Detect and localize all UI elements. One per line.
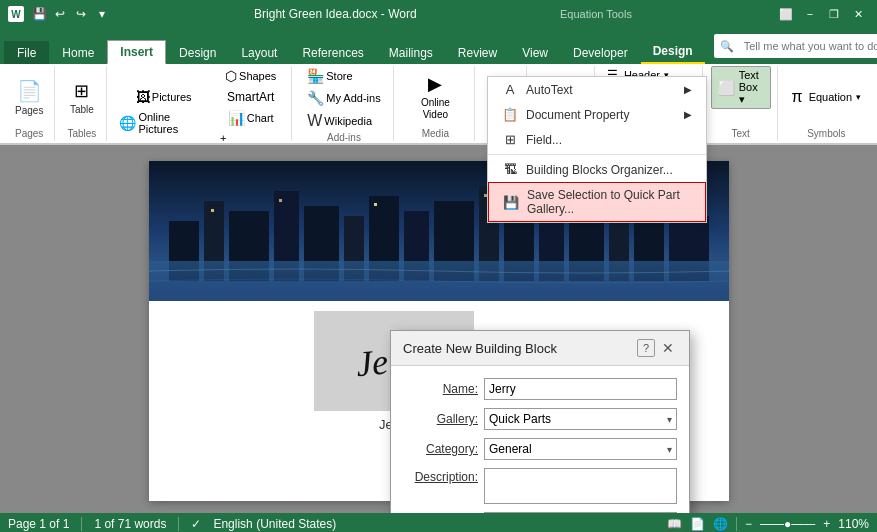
quick-parts-dropdown: A AutoText ▶ 📋 Document Property ▶ ⊞ Fie…	[487, 76, 707, 223]
tab-design[interactable]: Design	[167, 42, 228, 64]
zoom-level[interactable]: 110%	[838, 517, 869, 531]
word-count: 1 of 71 words	[94, 517, 166, 531]
ribbon-group-media: ▶ Online Video Media	[396, 66, 475, 141]
dropdown-autotext[interactable]: A AutoText ▶	[488, 77, 706, 102]
dialog-gallery-select[interactable]: Quick Parts ▾	[484, 408, 677, 430]
view-read-icon[interactable]: 📖	[667, 517, 682, 531]
table-button[interactable]: ⊞ Table	[64, 76, 100, 119]
save-selection-icon: 💾	[503, 195, 519, 210]
view-web-icon[interactable]: 🌐	[713, 517, 728, 531]
dialog-header-actions: ? ✕	[637, 339, 677, 357]
tab-layout[interactable]: Layout	[229, 42, 289, 64]
field-icon: ⊞	[502, 132, 518, 147]
document-property-icon: 📋	[502, 107, 518, 122]
dialog-category-row: Category: General ▾	[403, 438, 677, 460]
ribbon-group-addins: 🏪 Store 🔧 My Add-ins W Wikipedia Add-ins	[294, 66, 394, 141]
building-blocks-icon: 🏗	[502, 162, 518, 177]
smartart-button[interactable]: SmartArt	[216, 88, 286, 106]
pages-button[interactable]: 📄 Pages	[9, 75, 49, 120]
zoom-in-button[interactable]: +	[823, 517, 830, 531]
ribbon-display-button[interactable]: ⬜	[775, 3, 797, 25]
ribbon-search-input[interactable]	[738, 36, 877, 56]
redo-qat-button[interactable]: ↪	[72, 5, 90, 23]
document-area: Jerry Jerry Create New Building Block ? …	[0, 145, 877, 513]
online-video-button[interactable]: ▶ Online Video	[402, 69, 468, 125]
tab-review[interactable]: Review	[446, 42, 509, 64]
dialog-gallery-label: Gallery:	[403, 412, 478, 426]
dropdown-separator	[488, 154, 706, 155]
tab-insert[interactable]: Insert	[107, 40, 166, 64]
ribbon: File Home Insert Design Layout Reference…	[0, 28, 877, 145]
window-title: Bright Green Idea.docx - Word Equation T…	[111, 7, 775, 21]
zoom-slider[interactable]: ——●——	[760, 517, 815, 531]
save-qat-button[interactable]: 💾	[30, 5, 48, 23]
create-building-block-dialog: Create New Building Block ? ✕ Name: Gall…	[390, 330, 690, 513]
customize-qat-button[interactable]: ▾	[93, 5, 111, 23]
online-pictures-button[interactable]: 🌐 Online Pictures	[115, 109, 212, 137]
minimize-button[interactable]: −	[799, 3, 821, 25]
tab-design-eq[interactable]: Design	[641, 40, 705, 64]
doc-property-arrow: ▶	[684, 109, 692, 120]
tab-developer[interactable]: Developer	[561, 42, 640, 64]
tab-home[interactable]: Home	[50, 42, 106, 64]
status-bar: Page 1 of 1 1 of 71 words ✓ English (Uni…	[0, 513, 877, 532]
wikipedia-button[interactable]: W Wikipedia	[303, 110, 376, 132]
chart-button[interactable]: 📊 Chart	[216, 108, 286, 128]
equation-arrow: ▾	[856, 92, 861, 102]
status-divider-2	[178, 517, 179, 531]
equation-button[interactable]: π Equation ▾	[784, 86, 869, 108]
language: English (United States)	[213, 517, 336, 531]
restore-button[interactable]: ❐	[823, 3, 845, 25]
store-button[interactable]: 🏪 Store	[303, 66, 356, 86]
dialog-description-input[interactable]	[484, 468, 677, 504]
svg-rect-18	[279, 199, 282, 202]
dialog-savein-row: Save in: Building Blocks.dotx ▾	[403, 512, 677, 513]
page-info: Page 1 of 1	[8, 517, 69, 531]
pi-icon: π	[792, 88, 803, 106]
svg-rect-19	[374, 203, 377, 206]
search-icon: 🔍	[720, 40, 734, 53]
shapes-icon: ⬡	[225, 68, 237, 84]
shapes-button[interactable]: ⬡ Shapes	[216, 66, 286, 86]
gallery-dropdown-arrow: ▾	[667, 414, 672, 425]
pages-icon: 📄	[17, 79, 42, 103]
dialog-savein-select[interactable]: Building Blocks.dotx ▾	[484, 512, 677, 513]
dialog-name-input[interactable]	[484, 378, 677, 400]
online-video-icon: ▶	[428, 73, 442, 95]
dialog-title: Create New Building Block	[403, 341, 557, 356]
undo-qat-button[interactable]: ↩	[51, 5, 69, 23]
dropdown-save-selection[interactable]: 💾 Save Selection to Quick Part Gallery..…	[488, 182, 706, 222]
tab-view[interactable]: View	[510, 42, 560, 64]
ribbon-group-tables: ⊞ Table Tables	[57, 66, 107, 141]
pictures-icon: 🖼	[136, 89, 150, 105]
ribbon-search-area: 🔍 Sign in Share	[706, 28, 877, 64]
view-print-icon[interactable]: 📄	[690, 517, 705, 531]
title-bar: W 💾 ↩ ↪ ▾ Bright Green Idea.docx - Word …	[0, 0, 877, 28]
title-bar-left: W 💾 ↩ ↪ ▾	[8, 5, 111, 23]
dialog-gallery-row: Gallery: Quick Parts ▾	[403, 408, 677, 430]
dropdown-document-property[interactable]: 📋 Document Property ▶	[488, 102, 706, 127]
dialog-name-row: Name:	[403, 378, 677, 400]
my-addins-button[interactable]: 🔧 My Add-ins	[303, 88, 384, 108]
pictures-button[interactable]: 🖼 Pictures	[115, 87, 212, 107]
dropdown-field[interactable]: ⊞ Field...	[488, 127, 706, 152]
ribbon-group-symbols: π Equation ▾ Symbols	[780, 66, 873, 141]
tab-file[interactable]: File	[4, 41, 49, 64]
tab-mailings[interactable]: Mailings	[377, 42, 445, 64]
zoom-out-button[interactable]: −	[745, 517, 752, 531]
dialog-help-button[interactable]: ?	[637, 339, 655, 357]
dialog-close-button[interactable]: ✕	[659, 339, 677, 357]
dialog-category-select[interactable]: General ▾	[484, 438, 677, 460]
ribbon-content: 📄 Pages Pages ⊞ Table Tables 🖼	[0, 64, 877, 144]
status-bar-left: Page 1 of 1 1 of 71 words ✓ English (Uni…	[8, 517, 336, 531]
close-button[interactable]: ✕	[847, 3, 869, 25]
dialog-description-row: Description:	[403, 468, 677, 504]
text-box-icon: ⬜	[718, 80, 735, 96]
svg-rect-17	[211, 209, 214, 212]
dropdown-building-blocks[interactable]: 🏗 Building Blocks Organizer...	[488, 157, 706, 182]
text-box-button[interactable]: ⬜ TextBox ▾	[711, 66, 771, 109]
dialog-description-label: Description:	[403, 468, 478, 484]
my-addins-icon: 🔧	[307, 90, 324, 106]
status-divider-1	[81, 517, 82, 531]
tab-references[interactable]: References	[290, 42, 375, 64]
